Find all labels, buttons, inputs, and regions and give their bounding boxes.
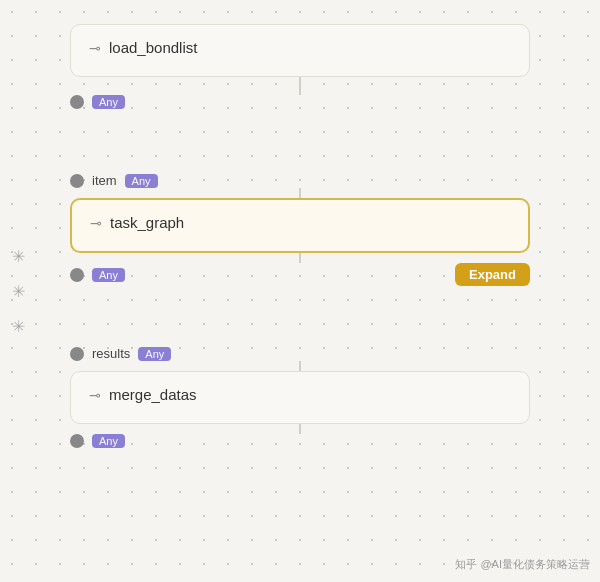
- node-icon-load-bondlist: ⊸: [89, 40, 101, 56]
- port-dot-results: [70, 347, 84, 361]
- port-row-any-bottom: Any: [70, 434, 530, 448]
- watermark: 知乎 @AI量化债务策略运营: [455, 557, 590, 572]
- port-badge-any-2: Any: [92, 268, 125, 282]
- asterisk-icon-bot: ✳: [12, 317, 25, 336]
- port-dot-item: [70, 174, 84, 188]
- connector-2: [299, 188, 301, 198]
- node-icon-task-graph: ⊸: [90, 215, 102, 231]
- port-label-results: results: [92, 346, 130, 361]
- port-dot-any-2: [70, 268, 84, 282]
- node-title-task-graph: ⊸ task_graph: [90, 214, 510, 231]
- flow-container: ⊸ load_bondlist Any item Any ⊸ task_grap…: [40, 0, 560, 582]
- node-title-merge-datas: ⊸ merge_datas: [89, 386, 511, 403]
- port-label-item: item: [92, 173, 117, 188]
- connector-5: [299, 424, 301, 434]
- asterisk-icon-mid: ✳: [12, 282, 25, 301]
- node-label-load-bondlist: load_bondlist: [109, 39, 197, 56]
- port-badge-any-bottom: Any: [92, 434, 125, 448]
- node-icon-merge-datas: ⊸: [89, 387, 101, 403]
- port-row-any-expand: Any Expand: [70, 263, 530, 286]
- connector-4: [299, 361, 301, 371]
- port-row-any-1: Any: [70, 95, 530, 109]
- asterisk-icon-top: ✳: [12, 247, 25, 266]
- node-label-merge-datas: merge_datas: [109, 386, 197, 403]
- node-card-merge-datas[interactable]: ⊸ merge_datas: [70, 371, 530, 424]
- node-title-load-bondlist: ⊸ load_bondlist: [89, 39, 511, 56]
- connector-3: [299, 253, 301, 263]
- side-icons: ✳ ✳ ✳: [12, 247, 25, 336]
- connector-1: [299, 77, 301, 95]
- port-badge-any-1: Any: [92, 95, 125, 109]
- port-dot-bottom: [70, 434, 84, 448]
- node-card-task-graph[interactable]: ⊸ task_graph: [70, 198, 530, 253]
- node-card-load-bondlist[interactable]: ⊸ load_bondlist: [70, 24, 530, 77]
- port-badge-item-any: Any: [125, 174, 158, 188]
- port-badge-results-any: Any: [138, 347, 171, 361]
- node-label-task-graph: task_graph: [110, 214, 184, 231]
- port-row-results: results Any: [70, 346, 530, 361]
- port-row-item: item Any: [70, 173, 530, 188]
- port-dot-1: [70, 95, 84, 109]
- expand-button[interactable]: Expand: [455, 263, 530, 286]
